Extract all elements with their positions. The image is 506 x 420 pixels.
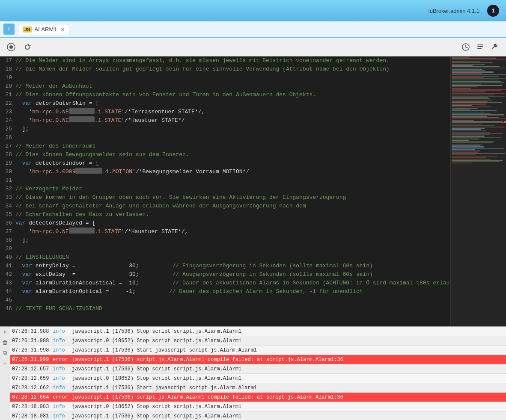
minimap-line (452, 114, 504, 115)
log-panel: ⬇ 🗑 ⧉ ≡ 07:26:31.988infojavascript.1 (17… (0, 326, 506, 420)
log-filter-icon[interactable]: ≡ (1, 359, 9, 367)
line-code[interactable]: 'hm-rpc.0.NEXXXXXX.1.STATE'/*Haustuer ST… (15, 116, 450, 125)
line-number: 40 (0, 253, 15, 262)
code-line: 22 var detorsOuterSkin = [ (0, 99, 450, 108)
minimap-line (452, 140, 469, 141)
line-number: 44 (0, 287, 15, 296)
wrench-icon-button[interactable] (489, 41, 501, 53)
line-code[interactable]: var alarmDurationAccoustical = 10; // Da… (15, 279, 450, 287)
reload-button[interactable] (21, 41, 33, 53)
line-code[interactable]: ]; (15, 236, 450, 245)
line-code[interactable]: // Dies können Bewegungsmelder sein aus … (15, 151, 450, 159)
log-level-badge: info (53, 383, 72, 393)
svg-rect-5 (477, 44, 483, 45)
line-code[interactable]: ]; (15, 125, 450, 133)
minimap-line (452, 116, 487, 117)
minimap-line (452, 136, 485, 137)
minimap-line (452, 82, 504, 83)
code-line: 33// Diese kommen in den Gruppen oben au… (0, 193, 450, 202)
line-code[interactable]: 'hm-rpc.0.NEXXXXXX.1.STATE'/*Haustuer ST… (15, 228, 450, 236)
minimap-line (452, 66, 500, 67)
minimap-line (452, 127, 505, 127)
minimap-line (452, 61, 480, 62)
log-message-text: javascript.0 (18652) Stop script script.… (72, 336, 241, 346)
code-line: 45 (0, 296, 450, 305)
minimap-line (452, 86, 478, 87)
code-line: 26 (0, 133, 450, 142)
code-line: 44 var alarmDurationOptical = -1; // Dau… (0, 287, 450, 296)
line-number: 24 (0, 116, 15, 125)
line-code[interactable]: // TEXTE FÜR SCHALTZUSTAND (15, 305, 450, 313)
minimap-line (452, 144, 482, 145)
minimap-line (452, 69, 482, 70)
log-timestamp: 07:26:31.999 (12, 355, 53, 364)
log-download-icon[interactable]: ⬇ (1, 328, 9, 336)
code-line: 42 var exitDelay = 30; // Ausgangsverzög… (0, 270, 450, 279)
line-code[interactable]: // Verzögerte Melder (15, 185, 450, 193)
code-line: 38 ]; (0, 236, 450, 245)
log-timestamp: 07:28:18.083 (12, 402, 53, 411)
minimap-line (452, 95, 495, 95)
clock-icon-button[interactable] (460, 41, 472, 53)
minimap-line (452, 78, 506, 79)
line-code[interactable]: var alarmDurationOptical = -1; // Dauer … (15, 287, 450, 296)
line-code[interactable]: // Dies können Öffnungskontakte sein von… (15, 91, 450, 99)
line-number: 17 (0, 56, 15, 65)
minimap-line (452, 68, 505, 68)
log-row: 07:26:31.999errorjavascript.1 (17536) sc… (10, 355, 506, 364)
minimap-line (452, 130, 487, 131)
minimap-line (452, 88, 471, 89)
tab-close-button[interactable]: × (61, 26, 65, 33)
svg-point-1 (9, 45, 13, 49)
tab-alarm1[interactable]: JS ALARM1 × (18, 24, 69, 35)
code-area[interactable]: 17// Die Melder sind in Arrays zusammeng… (0, 56, 450, 326)
line-code[interactable]: // EINSTELLUNGEN (15, 253, 450, 262)
log-row: 07:28:18.083infojavascript.0 (18652) Sto… (10, 402, 506, 411)
minimap-line (452, 59, 506, 60)
log-copy-icon[interactable]: ⧉ (1, 349, 9, 357)
log-row: 07:28:18.081infojavascript.1 (17536) Sto… (10, 411, 506, 420)
minimap-line (452, 70, 485, 71)
log-message-text: javascript.1 (17536) Stop script script.… (72, 364, 241, 374)
log-row: 07:26:31.988infojavascript.0 (18652) Sto… (10, 336, 506, 346)
line-number: 35 (0, 210, 15, 219)
line-number: 23 (0, 108, 15, 116)
line-code[interactable]: 'hm-rpc.0.NEXXXXXX.1.STATE'/*Terrassentu… (15, 108, 450, 116)
minimap-line (452, 89, 506, 90)
code-line: 19 (0, 74, 450, 82)
list-icon-button[interactable] (474, 41, 486, 53)
back-button[interactable]: ‹ (3, 24, 15, 35)
log-row: 07:28:12.662infojavascript.1 (17536) Sta… (10, 383, 506, 393)
minimap-line (452, 151, 480, 151)
log-clear-icon[interactable]: 🗑 (1, 339, 9, 346)
line-code[interactable]: // Melder des Innenraums (15, 142, 450, 151)
minimap-line (452, 124, 482, 124)
line-number: 33 (0, 193, 15, 202)
code-line: 17// Die Melder sind in Arrays zusammeng… (0, 56, 450, 65)
line-code[interactable]: var detorsOuterSkin = [ (15, 99, 450, 108)
line-number: 39 (0, 245, 15, 253)
log-row: 07:28:12.657infojavascript.1 (17536) Sto… (10, 364, 506, 374)
line-code[interactable]: // Die Namen der Melder sollten gut gepf… (15, 65, 450, 74)
log-sidebar: ⬇ 🗑 ⧉ ≡ (0, 327, 10, 420)
line-code[interactable]: // bei scharf geschalteter Anlage und er… (15, 202, 450, 210)
minimap-line (452, 93, 505, 94)
line-code[interactable]: var entryDelay = 30; // Eingangsverzöger… (15, 262, 450, 270)
line-code[interactable]: // Die Melder sind in Arrays zusammengef… (15, 56, 450, 65)
line-code[interactable]: // Scharfschalten des Haus zu verlassen. (15, 210, 450, 219)
line-code[interactable]: var detectorsDelayed = [ (15, 219, 450, 228)
minimap-line (452, 90, 501, 91)
code-line: 20// Melder der Außenhaut (0, 82, 450, 91)
line-number: 21 (0, 91, 15, 99)
line-code[interactable]: var detectorsIndoor = [ (15, 159, 450, 168)
log-level-badge: info (53, 402, 72, 411)
code-line: 43 var alarmDurationAccoustical = 10; //… (0, 279, 450, 287)
line-code[interactable]: 'hm-rpc.1.0009XXXXXXXX.1.MOTION'/*Bewegu… (15, 168, 450, 176)
line-code[interactable]: // Melder der Außenhaut (15, 82, 450, 91)
run-button[interactable] (5, 41, 17, 53)
code-line: 32// Verzögerte Melder (0, 185, 450, 193)
line-number: 31 (0, 176, 15, 185)
line-code[interactable]: var exitDelay = 30; // Ausgangsverzögeru… (15, 270, 450, 279)
minimap-line (452, 57, 470, 58)
line-code[interactable]: // Diese kommen in den Gruppen oben auch… (15, 193, 450, 202)
